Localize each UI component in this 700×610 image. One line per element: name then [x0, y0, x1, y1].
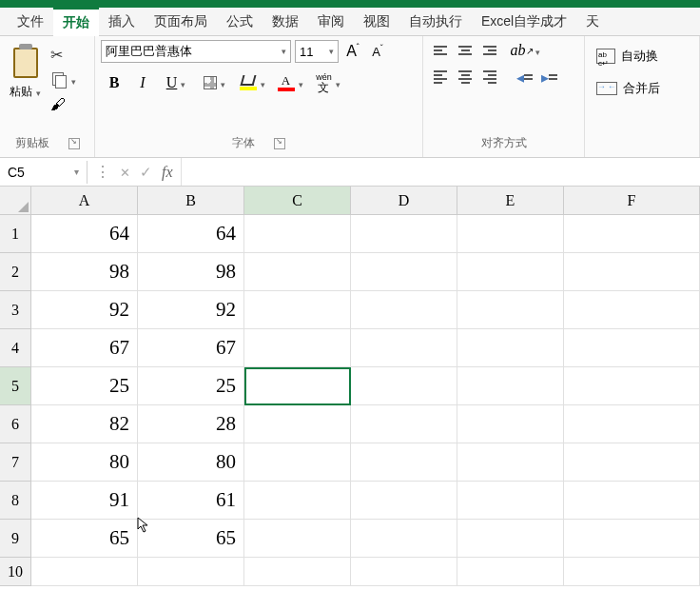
- tab-excel-self-study[interactable]: Excel自学成才: [472, 9, 576, 35]
- dots-icon[interactable]: [95, 163, 110, 181]
- row-header-3[interactable]: 3: [0, 291, 31, 329]
- col-header-D[interactable]: D: [351, 187, 457, 215]
- row-header-9[interactable]: 9: [0, 520, 31, 558]
- formula-input[interactable]: [182, 168, 700, 176]
- cell-D1[interactable]: [351, 215, 457, 253]
- cell-C6[interactable]: [244, 405, 351, 443]
- cell-F8[interactable]: [564, 482, 700, 520]
- cell-E9[interactable]: [457, 520, 564, 558]
- cell-C5[interactable]: [244, 367, 351, 405]
- cell-F9[interactable]: [564, 520, 700, 558]
- tab-view[interactable]: 视图: [354, 9, 399, 35]
- align-bottom-button[interactable]: [478, 40, 501, 61]
- cell-D4[interactable]: [351, 329, 457, 367]
- cell-F5[interactable]: [564, 367, 700, 405]
- cell-F1[interactable]: [564, 215, 700, 253]
- tab-review[interactable]: 审阅: [308, 9, 354, 35]
- cell-C2[interactable]: [244, 253, 351, 291]
- row-header-6[interactable]: 6: [0, 405, 31, 443]
- row-header-1[interactable]: 1: [0, 215, 31, 253]
- cell-B10[interactable]: [138, 558, 244, 586]
- paste-button[interactable]: 粘贴: [6, 40, 45, 104]
- cell-F4[interactable]: [564, 329, 700, 367]
- cell-F2[interactable]: [564, 253, 700, 291]
- fill-color-button[interactable]: [234, 70, 270, 95]
- align-top-button[interactable]: [429, 40, 452, 61]
- cell-E7[interactable]: [457, 443, 564, 482]
- row-header-7[interactable]: 7: [0, 443, 31, 482]
- row-header-4[interactable]: 4: [0, 329, 31, 367]
- border-button[interactable]: [196, 70, 232, 95]
- cell-C1[interactable]: [244, 215, 351, 253]
- row-header-2[interactable]: 2: [0, 253, 31, 291]
- cell-F3[interactable]: [564, 291, 700, 329]
- wrap-text-button[interactable]: abc↵ 自动换: [591, 44, 667, 69]
- cell-A6[interactable]: 82: [31, 405, 138, 443]
- cell-D5[interactable]: [351, 367, 457, 405]
- cell-B4[interactable]: 67: [138, 329, 244, 367]
- name-box[interactable]: C5 ▾: [0, 161, 88, 184]
- cell-F6[interactable]: [564, 405, 700, 443]
- tab-trunc[interactable]: 天: [576, 9, 609, 35]
- increase-font-button[interactable]: Aˆ: [342, 41, 363, 62]
- row-header-5[interactable]: 5: [0, 367, 31, 405]
- cell-D3[interactable]: [351, 291, 457, 329]
- align-middle-button[interactable]: [454, 40, 476, 61]
- cell-C10[interactable]: [244, 558, 351, 586]
- cell-B3[interactable]: 92: [138, 291, 244, 329]
- format-painter-button[interactable]: [50, 96, 76, 113]
- font-dialog-launcher[interactable]: [274, 138, 285, 149]
- clipboard-dialog-launcher[interactable]: [68, 138, 80, 149]
- cell-E6[interactable]: [457, 405, 564, 443]
- cell-C7[interactable]: [244, 443, 351, 482]
- cell-E8[interactable]: [457, 482, 564, 520]
- cell-A9[interactable]: 65: [31, 520, 138, 558]
- cell-F10[interactable]: [564, 558, 700, 586]
- fx-button[interactable]: fx: [162, 164, 173, 181]
- cell-C4[interactable]: [244, 329, 351, 367]
- cell-A5[interactable]: 25: [31, 367, 138, 405]
- col-header-C[interactable]: C: [244, 187, 351, 215]
- cell-E4[interactable]: [457, 329, 564, 367]
- cell-B9[interactable]: 65: [138, 520, 244, 558]
- cell-D6[interactable]: [351, 405, 457, 443]
- font-size-select[interactable]: 11 ▾: [295, 40, 339, 63]
- italic-button[interactable]: I: [129, 70, 156, 95]
- increase-indent-button[interactable]: ▸: [537, 67, 560, 88]
- cell-A3[interactable]: 92: [31, 291, 138, 329]
- cell-B6[interactable]: 28: [138, 405, 244, 443]
- cell-E3[interactable]: [457, 291, 564, 329]
- tab-page-layout[interactable]: 页面布局: [145, 9, 217, 35]
- row-header-8[interactable]: 8: [0, 482, 31, 520]
- tab-file[interactable]: 文件: [8, 9, 53, 35]
- bold-button[interactable]: B: [101, 70, 127, 95]
- underline-button[interactable]: U: [158, 70, 194, 95]
- merge-center-button[interactable]: 合并后: [591, 76, 667, 101]
- cell-E5[interactable]: [457, 367, 564, 405]
- accept-formula-button[interactable]: [140, 164, 152, 181]
- copy-button[interactable]: [50, 71, 76, 89]
- tab-automate[interactable]: 自动执行: [399, 9, 472, 35]
- select-all-corner[interactable]: [0, 187, 31, 215]
- cell-B2[interactable]: 98: [138, 253, 244, 291]
- font-color-button[interactable]: A: [272, 70, 308, 95]
- cell-D2[interactable]: [351, 253, 457, 291]
- align-right-button[interactable]: [478, 67, 501, 88]
- align-center-button[interactable]: [454, 67, 476, 88]
- cell-B5[interactable]: 25: [138, 367, 244, 405]
- cell-A8[interactable]: 91: [31, 482, 138, 520]
- cell-B1[interactable]: 64: [138, 215, 244, 253]
- col-header-B[interactable]: B: [138, 187, 244, 215]
- tab-data[interactable]: 数据: [262, 9, 308, 35]
- tab-home[interactable]: 开始: [53, 8, 99, 36]
- tab-insert[interactable]: 插入: [99, 9, 145, 35]
- cell-D8[interactable]: [351, 482, 457, 520]
- font-name-select[interactable]: 阿里巴巴普惠体 ▾: [101, 40, 291, 63]
- cut-button[interactable]: [50, 46, 76, 64]
- cell-E2[interactable]: [457, 253, 564, 291]
- cell-D10[interactable]: [351, 558, 457, 586]
- cell-A2[interactable]: 98: [31, 253, 138, 291]
- cell-B7[interactable]: 80: [138, 443, 244, 482]
- col-header-E[interactable]: E: [457, 187, 564, 215]
- col-header-A[interactable]: A: [31, 187, 138, 215]
